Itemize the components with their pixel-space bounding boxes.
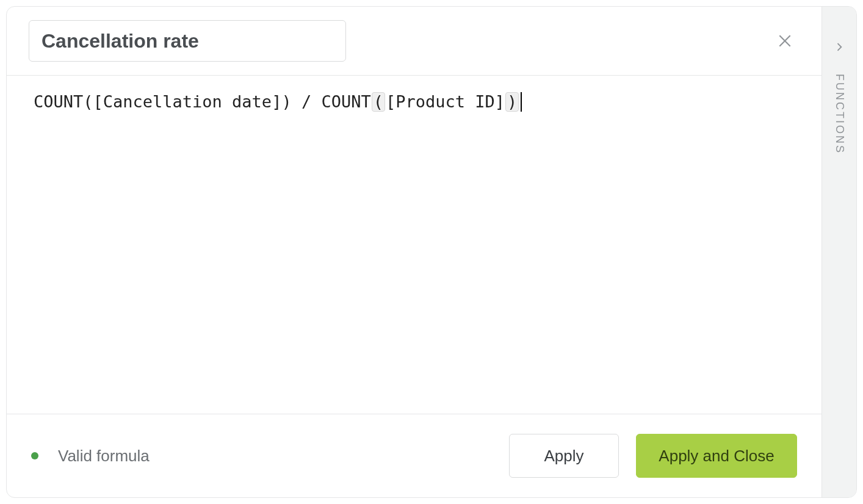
formula-editor-dialog: COUNT([Cancellation date]) / COUNT([Prod… (6, 6, 857, 498)
apply-button[interactable]: Apply (509, 434, 619, 478)
functions-panel-label: FUNCTIONS (833, 74, 846, 154)
formula-content: COUNT([Cancellation date]) / COUNT([Prod… (34, 90, 795, 113)
close-button[interactable] (773, 29, 797, 53)
formula-name-input[interactable] (29, 20, 346, 62)
formula-textarea[interactable]: COUNT([Cancellation date]) / COUNT([Prod… (7, 76, 821, 414)
status-indicator-dot (31, 452, 38, 459)
matched-bracket: ( (372, 92, 385, 112)
validation-status-text: Valid formula (58, 447, 150, 466)
footer-bar: Valid formula Apply Apply and Close (7, 414, 821, 497)
matched-bracket: ) (505, 92, 519, 112)
title-row (7, 7, 821, 76)
expand-sidebar-button[interactable] (829, 37, 849, 57)
apply-and-close-button[interactable]: Apply and Close (636, 434, 797, 478)
chevron-right-icon (833, 41, 845, 53)
functions-sidebar-collapsed[interactable]: FUNCTIONS (821, 7, 856, 497)
main-column: COUNT([Cancellation date]) / COUNT([Prod… (7, 7, 821, 497)
text-caret (521, 92, 522, 112)
close-icon (777, 33, 793, 49)
